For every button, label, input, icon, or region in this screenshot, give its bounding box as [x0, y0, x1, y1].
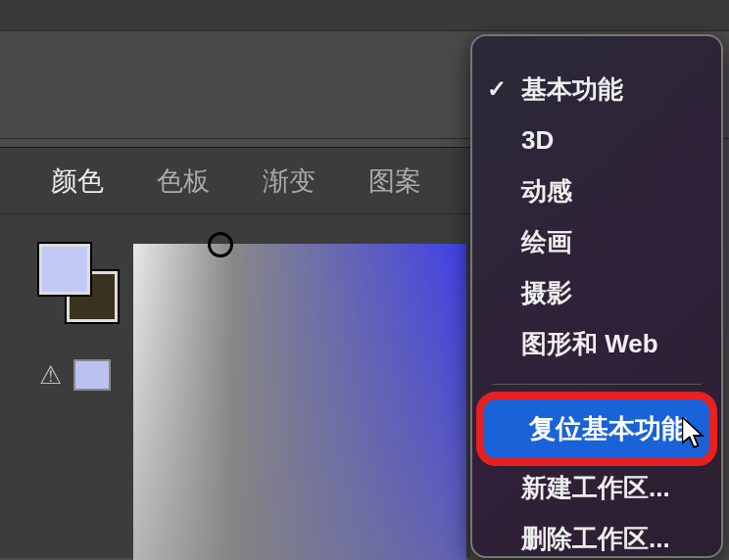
- workspace-menu: 基本功能 3D 动感 绘画 摄影 图形和 Web 复位基本功能 新建工作区...…: [470, 34, 723, 558]
- tab-gradient[interactable]: 渐变: [251, 156, 327, 207]
- menu-item-new-workspace[interactable]: 新建工作区...: [472, 462, 721, 513]
- title-bar: [0, 0, 729, 31]
- tab-color[interactable]: 颜色: [39, 156, 116, 207]
- menu-item-painting[interactable]: 绘画: [472, 216, 721, 267]
- color-field[interactable]: [133, 244, 466, 560]
- gamut-warning[interactable]: ⚠: [39, 359, 111, 391]
- menu-item-graphic-web[interactable]: 图形和 Web: [472, 318, 721, 369]
- menu-item-3d[interactable]: 3D: [472, 115, 721, 165]
- menu-item-photography[interactable]: 摄影: [472, 267, 721, 318]
- swatches-column: ⚠: [0, 214, 127, 557]
- color-picker-ring[interactable]: [208, 232, 233, 257]
- warning-icon: ⚠: [39, 360, 62, 391]
- panel-tabs: 颜色 色板 渐变 图案: [0, 148, 470, 214]
- tab-pattern[interactable]: 图案: [357, 156, 433, 207]
- foreground-swatch[interactable]: [39, 244, 90, 295]
- foreground-background-swatch[interactable]: [39, 244, 118, 322]
- menu-highlight-wrap: 复位基本功能: [480, 399, 713, 458]
- menu-item-reset-essentials[interactable]: 复位基本功能: [480, 399, 713, 458]
- menu-separator: [492, 384, 702, 385]
- menu-item-motion[interactable]: 动感: [472, 165, 721, 216]
- menu-item-delete-workspace[interactable]: 删除工作区...: [472, 513, 721, 560]
- color-panel: 颜色 色板 渐变 图案 ⚠: [0, 147, 470, 558]
- menu-item-essentials[interactable]: 基本功能: [472, 64, 721, 115]
- color-panel-body: ⚠: [0, 214, 470, 557]
- gamut-swatch[interactable]: [73, 359, 111, 391]
- tab-swatches[interactable]: 色板: [145, 156, 221, 207]
